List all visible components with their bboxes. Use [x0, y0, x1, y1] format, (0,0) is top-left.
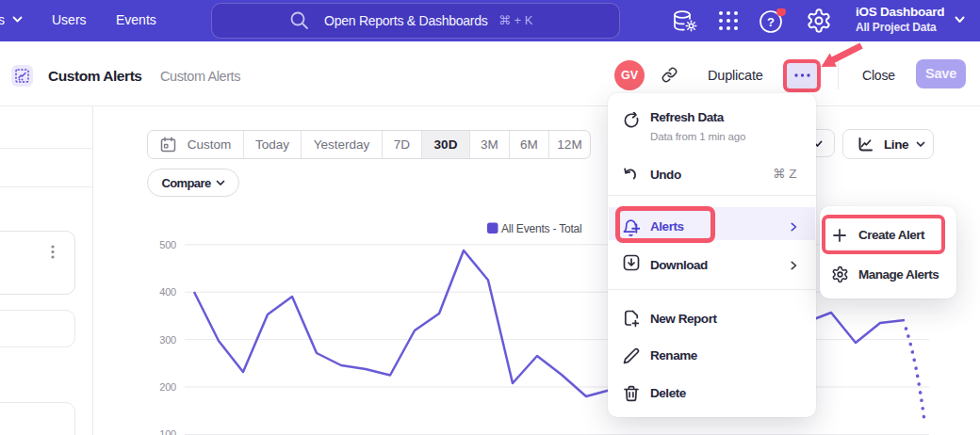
svg-text:All Events - Total: All Events - Total — [501, 222, 582, 235]
svg-text:?: ? — [767, 15, 775, 29]
svg-text:400: 400 — [159, 286, 176, 298]
svg-text:500: 500 — [159, 239, 176, 250]
svg-text:100: 100 — [159, 428, 176, 435]
svg-text:200: 200 — [159, 381, 176, 393]
svg-text:300: 300 — [159, 334, 176, 346]
